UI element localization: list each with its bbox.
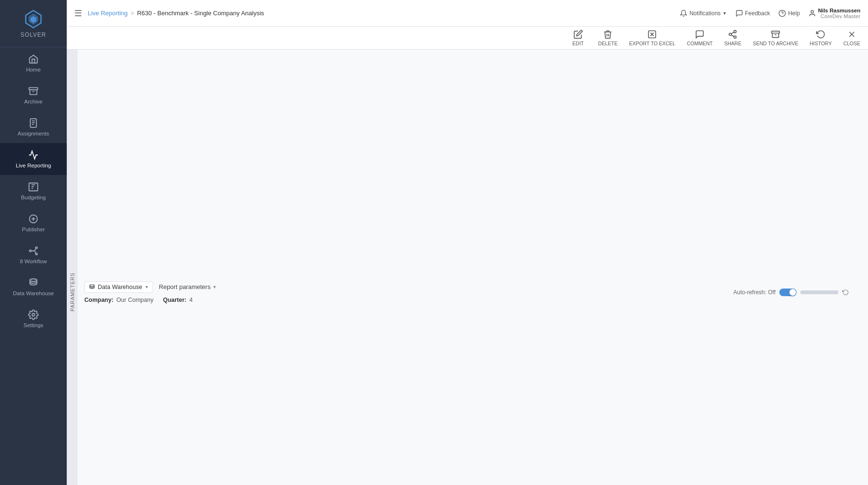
svg-point-8 [36, 247, 38, 249]
sidebar-item-archive[interactable]: Archive [0, 79, 67, 111]
hamburger-button[interactable]: ☰ [74, 8, 82, 19]
delete-button[interactable]: DELETE [598, 30, 618, 46]
svg-point-15 [734, 31, 736, 33]
refresh-icon[interactable] [842, 289, 849, 296]
logo-area: solver [0, 0, 67, 47]
nav-label-archive: Archive [24, 99, 42, 104]
warehouse-chevron: ▼ [144, 285, 149, 289]
nav-label-data-warehouse: Data Warehouse [13, 290, 54, 296]
breadcrumb-root[interactable]: Live Reporting [88, 10, 128, 17]
breadcrumb-separator: > [131, 10, 134, 17]
notifications-button[interactable]: Notifications ▼ [680, 10, 726, 17]
breadcrumb-current: R630 - Benchmark - Single Company Analys… [137, 10, 264, 17]
user-role: CoreDev Master [818, 13, 860, 19]
close-label: CLOSE [843, 41, 860, 46]
nav-label-home: Home [26, 67, 41, 72]
feedback-label: Feedback [745, 10, 770, 17]
export-excel-button[interactable]: EXPORT TO EXCEL [629, 30, 675, 46]
auto-refresh-toggle[interactable] [779, 289, 797, 296]
sidebar-item-home[interactable]: Home [0, 47, 67, 79]
svg-point-17 [734, 36, 736, 38]
svg-point-7 [30, 250, 31, 252]
nav-label-publisher: Publisher [22, 227, 45, 232]
topbar: ☰ Live Reporting > R630 - Benchmark - Si… [67, 0, 868, 27]
breadcrumb: Live Reporting > R630 - Benchmark - Sing… [88, 10, 680, 17]
company-value: Our Company [116, 297, 153, 303]
params-bar: Parameters Data Warehouse ▼ Report param… [67, 50, 868, 485]
nav-label-workflow: 8 Workflow [20, 258, 47, 264]
quarter-label: Quarter: [163, 297, 186, 303]
warehouse-label: Data Warehouse [98, 284, 142, 290]
svg-point-16 [729, 33, 732, 36]
comment-button[interactable]: COMMENT [687, 30, 713, 46]
refresh-slider[interactable] [800, 290, 838, 294]
edit-label: EDIT [572, 41, 584, 46]
toolbar: EDIT DELETE EXPORT TO EXCEL COMMENT SHAR… [67, 27, 868, 50]
svg-point-9 [36, 253, 38, 255]
share-label: SHARE [724, 41, 741, 46]
sidebar-item-data-warehouse[interactable]: Data Warehouse [0, 271, 67, 303]
sidebar-item-live-reporting[interactable]: Live Reporting [0, 143, 67, 175]
svg-rect-3 [29, 88, 38, 90]
sidebar: solver Home Archive Assignments Live Rep… [0, 0, 67, 485]
share-button[interactable]: SHARE [724, 30, 741, 46]
quarter-value: 4 [189, 297, 193, 303]
auto-refresh-label: Auto-refresh: Off [734, 289, 776, 296]
auto-refresh-row: Auto-refresh: Off [734, 289, 849, 296]
history-button[interactable]: HISTORY [810, 30, 832, 46]
params-title-text: Report parameters [159, 283, 210, 290]
company-label: Company: [84, 297, 113, 303]
solver-logo-icon [23, 9, 44, 30]
toggle-thumb [789, 289, 796, 296]
main-area: ☰ Live Reporting > R630 - Benchmark - Si… [67, 0, 868, 485]
sidebar-item-publisher[interactable]: Publisher [0, 207, 67, 239]
sidebar-item-settings[interactable]: Settings [0, 303, 67, 335]
svg-line-18 [731, 35, 734, 36]
nav-label-settings: Settings [23, 322, 43, 328]
export-label: EXPORT TO EXCEL [629, 41, 675, 46]
svg-point-23 [90, 284, 94, 286]
svg-point-10 [30, 279, 37, 282]
svg-rect-20 [772, 31, 780, 33]
warehouse-selector[interactable]: Data Warehouse ▼ [84, 281, 153, 293]
topbar-right: Notifications ▼ Feedback Help Nils Rasmu… [680, 8, 860, 19]
history-label: HISTORY [810, 41, 832, 46]
nav-label-assignments: Assignments [18, 131, 49, 136]
quarter-param: Quarter: 4 [163, 297, 193, 303]
help-label: Help [788, 10, 800, 17]
edit-button[interactable]: EDIT [570, 30, 587, 46]
send-to-archive-label: SEND TO ARCHIVE [753, 41, 798, 46]
solver-logo-text: solver [20, 31, 46, 38]
notifications-label: Notifications [689, 10, 720, 17]
sidebar-item-workflow[interactable]: 8 Workflow [0, 239, 67, 271]
feedback-button[interactable]: Feedback [735, 10, 770, 17]
user-info: Nils Rasmussen CoreDev Master [818, 8, 860, 19]
nav-label-budgeting: Budgeting [21, 195, 46, 200]
notifications-chevron: ▼ [723, 11, 727, 16]
nav-label-live-reporting: Live Reporting [16, 163, 51, 168]
sidebar-item-assignments[interactable]: Assignments [0, 111, 67, 143]
user-name: Nils Rasmussen [818, 8, 860, 13]
send-to-archive-button[interactable]: SEND TO ARCHIVE [753, 30, 798, 46]
close-button[interactable]: CLOSE [843, 30, 860, 46]
params-tab-label[interactable]: Parameters [67, 50, 78, 485]
company-param: Company: Our Company [84, 297, 153, 303]
sidebar-nav: Home Archive Assignments Live Reporting … [0, 47, 67, 485]
svg-point-11 [32, 313, 35, 316]
params-title[interactable]: Report parameters ▼ [159, 283, 216, 290]
delete-label: DELETE [598, 41, 618, 46]
user-menu[interactable]: Nils Rasmussen CoreDev Master [808, 8, 860, 19]
param-row: Company: Our Company Quarter: 4 [84, 297, 861, 303]
sidebar-item-budgeting[interactable]: Budgeting [0, 175, 67, 207]
svg-point-13 [811, 10, 813, 13]
params-chevron: ▼ [213, 285, 217, 289]
help-button[interactable]: Help [778, 10, 800, 17]
svg-line-19 [731, 32, 734, 33]
comment-label: COMMENT [687, 41, 713, 46]
